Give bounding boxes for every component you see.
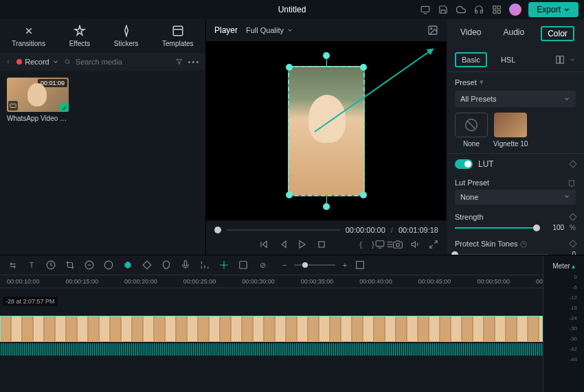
db-mark: -30: [569, 325, 577, 332]
titlebar: Untitled Export: [0, 0, 584, 19]
marker-icon[interactable]: [161, 260, 172, 270]
group-icon[interactable]: [238, 260, 249, 270]
tab-effects[interactable]: Effects: [69, 25, 90, 47]
play-button[interactable]: [297, 240, 307, 249]
mic-icon[interactable]: [180, 260, 191, 270]
db-mark: -24: [569, 315, 577, 321]
tab-stickers[interactable]: Stickers: [114, 25, 139, 47]
keyframe-icon[interactable]: [569, 240, 576, 247]
ruler-tick: 00:00:35:00: [301, 278, 334, 285]
subtab-basic[interactable]: Basic: [455, 52, 487, 67]
resize-handle[interactable]: [286, 64, 293, 71]
play-back-button[interactable]: [278, 240, 288, 249]
ruler-tick: 00:00:20:00: [124, 278, 157, 285]
record-button[interactable]: Record: [16, 58, 58, 66]
chevron-down-icon[interactable]: [569, 56, 576, 63]
filter-icon[interactable]: [176, 57, 183, 67]
fullscreen-button[interactable]: [429, 240, 438, 249]
video-frame[interactable]: [288, 66, 365, 196]
keyframe-icon[interactable]: [569, 213, 576, 220]
zoom-in-icon[interactable]: +: [339, 260, 350, 270]
scrubber-track[interactable]: [227, 229, 340, 231]
stop-button[interactable]: [317, 240, 326, 249]
device-icon[interactable]: [420, 4, 431, 15]
preset-vignette[interactable]: Vignette 10: [493, 113, 528, 148]
svg-rect-21: [376, 241, 384, 246]
ripple-icon[interactable]: ⇆: [7, 260, 18, 270]
keyframe-icon[interactable]: [569, 160, 576, 168]
mark-out-button[interactable]: }: [372, 240, 374, 249]
rotate-handle[interactable]: [323, 52, 330, 59]
resize-handle[interactable]: [360, 192, 367, 198]
svg-marker-13: [263, 241, 267, 247]
quality-select[interactable]: Full Quality: [246, 26, 293, 34]
keyframe-tool-icon[interactable]: [142, 260, 153, 270]
split-icon[interactable]: ⊘: [257, 260, 268, 270]
svg-rect-42: [240, 262, 247, 269]
svg-rect-3: [493, 10, 496, 13]
timer-icon[interactable]: [45, 260, 56, 270]
lut-toggle[interactable]: [455, 159, 473, 169]
db-mark: -12: [569, 295, 577, 301]
resize-handle[interactable]: [360, 64, 367, 71]
clip-duration: 00:01:09: [38, 79, 67, 87]
tab-label: Templates: [162, 40, 194, 47]
video-track-clip[interactable]: [0, 316, 543, 342]
avatar[interactable]: [509, 3, 521, 16]
mark-in-button[interactable]: {: [359, 240, 362, 249]
compare-icon[interactable]: [555, 55, 565, 65]
preset-none[interactable]: None: [455, 113, 488, 148]
preset-title: Preset ▾: [455, 78, 576, 87]
zoom-fit-icon[interactable]: [355, 260, 366, 270]
zoom-slider[interactable]: [294, 264, 335, 266]
camera-button[interactable]: [393, 240, 403, 249]
cloud-icon[interactable]: [456, 4, 467, 15]
grid-icon[interactable]: [491, 4, 502, 15]
skin-slider[interactable]: [455, 254, 548, 255]
strength-slider[interactable]: [455, 227, 537, 229]
tab-video[interactable]: Video: [455, 26, 486, 41]
playhead-dot[interactable]: [214, 227, 221, 233]
timeline-ruler[interactable]: 00:00:10:00 00:00:15:00 00:00:20:00 00:0…: [0, 275, 543, 288]
help-icon[interactable]: [520, 241, 527, 248]
adjust-icon[interactable]: [199, 260, 210, 270]
strength-label: Strength: [455, 213, 484, 221]
ruler-tick: 00:00:25:00: [183, 278, 216, 285]
text-tool-icon[interactable]: T: [26, 260, 37, 270]
save-icon[interactable]: [438, 4, 449, 15]
skin-label: Protect Skin Tones: [455, 240, 527, 248]
tab-transitions[interactable]: Transitions: [12, 25, 45, 47]
chevron-left-icon[interactable]: [5, 58, 11, 66]
subtab-hsl[interactable]: HSL: [495, 54, 521, 66]
media-clip[interactable]: 00:01:09 ✓ WhatsApp Video 202...: [7, 78, 69, 122]
headphones-icon[interactable]: [473, 4, 484, 15]
trash-icon[interactable]: [568, 178, 576, 187]
resize-handle[interactable]: [286, 192, 293, 198]
crop-icon[interactable]: [65, 260, 76, 270]
audio-track-clip[interactable]: [0, 343, 543, 356]
color-tool-icon[interactable]: [103, 260, 114, 270]
rotate-handle[interactable]: [323, 203, 330, 210]
preset-select-value: All Presets: [460, 95, 497, 103]
video-viewer[interactable]: [206, 41, 447, 220]
tab-color[interactable]: Color: [541, 26, 574, 41]
meter-label[interactable]: Meter ▴: [546, 258, 581, 274]
effects-icon: [74, 25, 86, 37]
tab-templates[interactable]: Templates: [162, 25, 194, 47]
zoom-out-icon[interactable]: −: [279, 260, 290, 270]
mask-tool-icon[interactable]: [122, 260, 133, 270]
export-button[interactable]: Export: [528, 2, 579, 17]
snapshot-icon[interactable]: [427, 25, 438, 36]
svg-rect-28: [561, 56, 564, 64]
speed-icon[interactable]: [84, 260, 95, 270]
more-icon[interactable]: •••: [188, 58, 200, 66]
search-input[interactable]: [76, 58, 170, 66]
prev-frame-button[interactable]: [259, 240, 269, 249]
display-button[interactable]: [375, 240, 385, 249]
tab-audio[interactable]: Audio: [497, 26, 530, 41]
strength-value[interactable]: 100: [542, 224, 564, 231]
lut-preset-select[interactable]: None: [455, 189, 576, 205]
volume-button[interactable]: [411, 240, 420, 249]
snap-icon[interactable]: [218, 260, 229, 270]
preset-select[interactable]: All Presets: [455, 91, 576, 107]
